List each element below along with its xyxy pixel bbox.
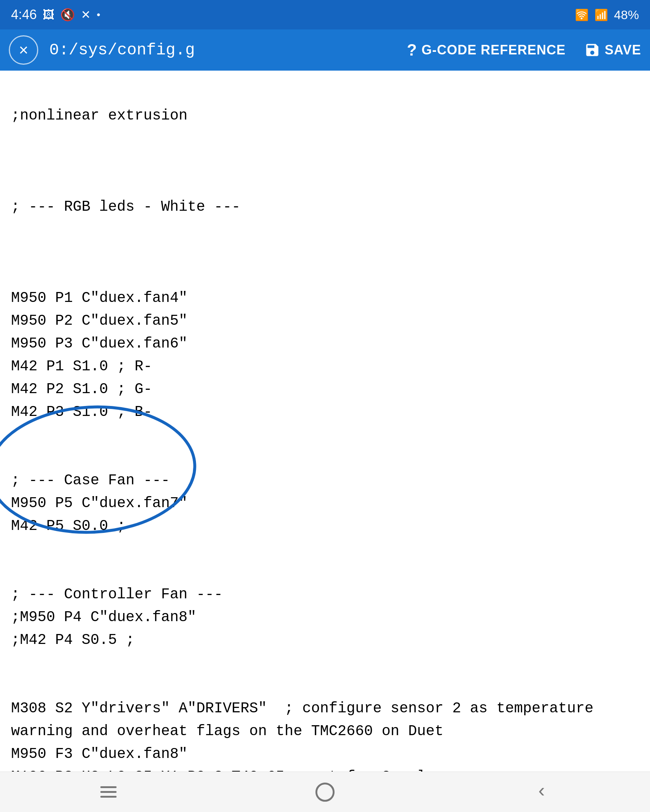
back-icon: ‹ (536, 783, 548, 802)
mute-icon: 🔇 (60, 8, 75, 22)
notification-icon: ✕ (81, 8, 91, 22)
gcode-reference-button[interactable]: ? G-CODE REFERENCE (407, 41, 566, 59)
save-label: SAVE (605, 42, 641, 58)
navigation-bar: ‹ (0, 772, 650, 812)
close-icon: × (19, 41, 28, 59)
status-bar-left: 4:46 🖼 🔇 ✕ • (11, 7, 101, 23)
back-button[interactable]: ‹ (519, 779, 564, 805)
photo-icon: 🖼 (43, 8, 54, 22)
question-icon: ? (407, 41, 417, 59)
home-icon (316, 783, 334, 802)
code-editor[interactable]: ;nonlinear extrusion ; --- RGB leds - Wh… (0, 70, 650, 772)
time-display: 4:46 (11, 7, 37, 23)
menu-icon (101, 786, 116, 798)
code-text: ;nonlinear extrusion ; --- RGB leds - Wh… (11, 82, 639, 772)
signal-icon: 📶 (595, 8, 608, 21)
home-button[interactable] (303, 779, 347, 805)
status-bar-right: 🛜 📶 48% (575, 8, 639, 22)
toolbar: × 0:/sys/config.g ? G-CODE REFERENCE SAV… (0, 29, 650, 70)
battery-display: 48% (614, 8, 639, 22)
close-button[interactable]: × (9, 35, 38, 65)
gcode-reference-label: G-CODE REFERENCE (422, 42, 566, 58)
save-icon (584, 42, 600, 58)
wifi-icon: 🛜 (575, 8, 589, 21)
save-button[interactable]: SAVE (584, 42, 641, 58)
dot-indicator: • (97, 9, 101, 21)
file-title: 0:/sys/config.g (46, 41, 400, 59)
menu-button[interactable] (86, 779, 131, 805)
status-bar: 4:46 🖼 🔇 ✕ • 🛜 📶 48% (0, 0, 650, 29)
